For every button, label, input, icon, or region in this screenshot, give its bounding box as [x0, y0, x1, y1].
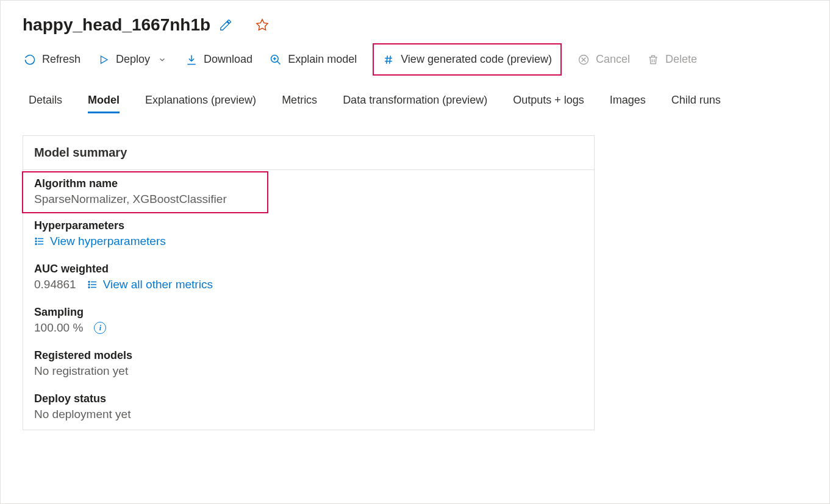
- view-hyperparameters-link[interactable]: View hyperparameters: [34, 235, 166, 248]
- refresh-button[interactable]: Refresh: [23, 51, 82, 68]
- sampling-field: Sampling 100.00 % i: [23, 300, 594, 343]
- download-label: Download: [204, 53, 252, 66]
- cancel-circle-icon: [578, 54, 590, 66]
- view-all-metrics-text: View all other metrics: [103, 278, 213, 291]
- svg-line-3: [277, 61, 281, 64]
- deploy-status-field: Deploy status No deployment yet: [23, 386, 594, 430]
- refresh-icon: [24, 54, 36, 66]
- algorithm-name-value: SparseNormalizer, XGBoostClassifier: [34, 193, 256, 206]
- svg-point-18: [35, 244, 37, 245]
- deploy-status-value: No deployment yet: [34, 408, 583, 421]
- auc-weighted-value: 0.94861: [34, 278, 76, 291]
- svg-marker-0: [257, 20, 268, 30]
- registered-models-label: Registered models: [34, 349, 583, 362]
- registered-models-value: No registration yet: [34, 364, 583, 378]
- refresh-label: Refresh: [42, 53, 80, 66]
- tab-images[interactable]: Images: [610, 94, 646, 113]
- list-icon: [34, 236, 45, 247]
- toolbar: Refresh Deploy Download: [23, 51, 807, 68]
- sampling-label: Sampling: [34, 306, 583, 319]
- viewcode-label: View generated code (preview): [401, 53, 552, 66]
- svg-point-22: [88, 282, 90, 283]
- play-icon: [98, 54, 110, 66]
- panel-header: Model summary: [23, 136, 594, 170]
- algorithm-name-label: Algorithm name: [34, 177, 256, 190]
- svg-point-17: [35, 241, 37, 242]
- hyperparameters-label: Hyperparameters: [34, 219, 583, 232]
- tab-data-transformation[interactable]: Data transformation (preview): [343, 94, 487, 113]
- trash-icon: [647, 54, 659, 66]
- tab-details[interactable]: Details: [29, 94, 62, 113]
- list-icon: [87, 279, 98, 290]
- page-title: happy_head_1667nh1b: [23, 15, 210, 35]
- svg-line-9: [390, 55, 391, 63]
- view-generated-code-button[interactable]: View generated code (preview): [373, 43, 562, 76]
- cancel-label: Cancel: [596, 53, 630, 66]
- hash-icon: [382, 54, 395, 66]
- tab-metrics[interactable]: Metrics: [282, 94, 317, 113]
- hyperparameters-field: Hyperparameters View hyperparameters: [23, 213, 594, 257]
- view-all-metrics-link[interactable]: View all other metrics: [87, 278, 213, 291]
- delete-button: Delete: [646, 51, 698, 68]
- info-icon[interactable]: i: [94, 322, 106, 334]
- tab-model[interactable]: Model: [88, 94, 120, 113]
- star-icon[interactable]: [256, 18, 269, 32]
- download-button[interactable]: Download: [184, 51, 254, 68]
- deploy-button[interactable]: Deploy: [96, 51, 170, 68]
- tab-explanations[interactable]: Explanations (preview): [145, 94, 256, 113]
- svg-marker-1: [101, 56, 108, 63]
- delete-label: Delete: [665, 53, 697, 66]
- view-hyperparameters-text: View hyperparameters: [50, 235, 166, 248]
- auc-weighted-label: AUC weighted: [34, 263, 583, 275]
- registered-models-field: Registered models No registration yet: [23, 343, 594, 386]
- svg-point-24: [88, 287, 90, 288]
- model-summary-panel: Model summary Algorithm name SparseNorma…: [23, 135, 595, 430]
- auc-weighted-field: AUC weighted 0.94861 View all other metr…: [23, 257, 594, 300]
- page-title-row: happy_head_1667nh1b: [23, 15, 807, 35]
- tab-child-runs[interactable]: Child runs: [671, 94, 721, 113]
- explain-model-button[interactable]: Explain model: [268, 51, 358, 68]
- deploy-status-label: Deploy status: [34, 392, 583, 405]
- explain-label: Explain model: [288, 53, 357, 66]
- svg-point-23: [88, 284, 90, 285]
- magnify-plus-icon: [270, 54, 282, 66]
- download-icon: [185, 54, 198, 66]
- svg-point-16: [35, 238, 37, 240]
- svg-line-8: [387, 55, 388, 63]
- chevron-down-icon: [156, 54, 168, 66]
- edit-icon[interactable]: [219, 18, 232, 32]
- tab-outputs-logs[interactable]: Outputs + logs: [513, 94, 584, 113]
- cancel-button: Cancel: [576, 51, 631, 68]
- algorithm-name-field: Algorithm name SparseNormalizer, XGBoost…: [22, 171, 268, 213]
- tab-bar: Details Model Explanations (preview) Met…: [23, 94, 807, 113]
- deploy-label: Deploy: [116, 53, 150, 66]
- sampling-value: 100.00 %: [34, 321, 83, 335]
